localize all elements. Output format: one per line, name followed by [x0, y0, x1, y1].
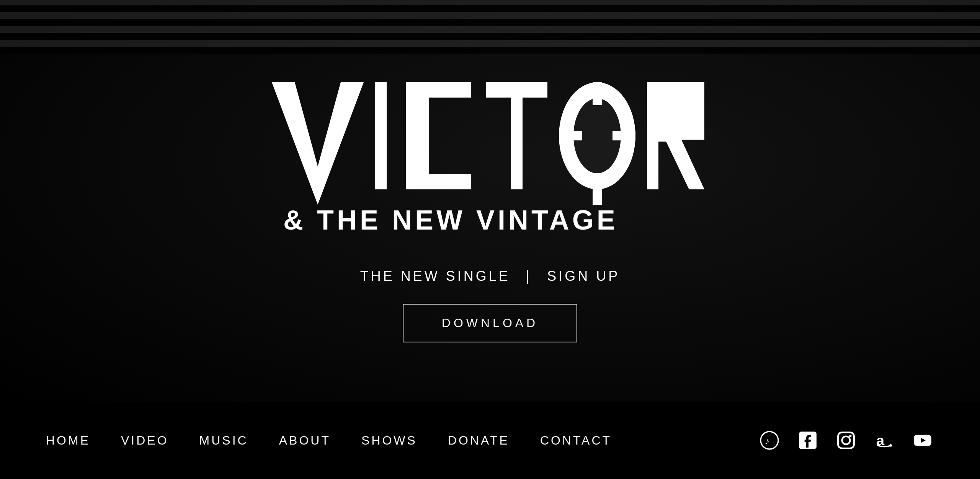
itunes-icon[interactable]: ♪ [758, 429, 781, 452]
svg-rect-10 [593, 82, 602, 105]
nav-links-container: HOME VIDEO MUSIC ABOUT SHOWS DONATE CONT… [46, 433, 612, 448]
download-button[interactable]: DOWNLOAD [403, 304, 577, 342]
nav-contact[interactable]: CONTACT [540, 433, 612, 448]
svg-rect-9 [612, 131, 635, 140]
hero-stripe-overlay [0, 0, 980, 54]
nav-home[interactable]: HOME [46, 433, 90, 448]
nav-video[interactable]: VIDEO [121, 433, 169, 448]
svg-rect-4 [511, 82, 523, 189]
band-logo-svg: & THE NEW VINTAGE [260, 59, 720, 243]
hero-section: & THE NEW VINTAGE THE NEW SINGLE | SIGN … [0, 0, 980, 402]
nav-music[interactable]: MUSIC [199, 433, 248, 448]
svg-text:♪: ♪ [765, 435, 770, 446]
nav-about[interactable]: ABOUT [279, 433, 331, 448]
navigation-bar: HOME VIDEO MUSIC ABOUT SHOWS DONATE CONT… [0, 402, 980, 479]
svg-rect-15 [658, 124, 693, 140]
band-logo: & THE NEW VINTAGE [260, 59, 720, 244]
hero-content: & THE NEW VINTAGE THE NEW SINGLE | SIGN … [260, 59, 720, 342]
svg-rect-8 [559, 131, 582, 140]
svg-rect-20 [838, 432, 854, 448]
svg-line-25 [891, 445, 892, 447]
nav-shows[interactable]: SHOWS [361, 433, 417, 448]
social-icons-container: ♪ a [758, 429, 934, 452]
amazon-icon[interactable]: a [873, 429, 896, 452]
tagline-signup-text: SIGN UP [547, 268, 620, 284]
svg-rect-13 [658, 82, 693, 98]
tagline-row: THE NEW SINGLE | SIGN UP [360, 267, 620, 285]
tagline-single-text: THE NEW SINGLE [360, 268, 510, 284]
tagline-divider: | [526, 267, 532, 285]
facebook-icon[interactable] [796, 429, 819, 452]
svg-rect-2 [406, 82, 417, 189]
youtube-icon[interactable] [911, 429, 934, 452]
svg-point-21 [842, 437, 850, 445]
svg-marker-0 [272, 82, 364, 205]
svg-rect-11 [593, 182, 602, 205]
instagram-icon[interactable] [835, 429, 858, 452]
svg-point-17 [761, 432, 778, 449]
svg-rect-14 [693, 82, 704, 140]
svg-point-22 [849, 435, 851, 437]
svg-rect-1 [375, 82, 387, 189]
nav-donate[interactable]: DONATE [448, 433, 510, 448]
svg-text:& THE NEW VINTAGE: & THE NEW VINTAGE [283, 205, 618, 235]
